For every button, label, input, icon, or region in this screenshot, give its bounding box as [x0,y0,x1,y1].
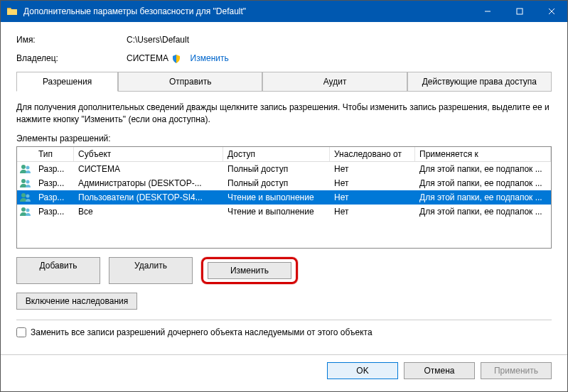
group-icon [17,192,34,202]
group-icon [17,207,34,217]
col-inherit[interactable]: Унаследовано от [330,147,415,161]
close-button[interactable] [535,1,567,22]
col-access[interactable]: Доступ [223,147,330,161]
svg-point-10 [21,207,26,212]
cell-access: Полный доступ [223,163,330,175]
permissions-table[interactable]: Тип Субъект Доступ Унаследовано от Приме… [16,146,552,249]
tab-effective[interactable]: Действующие права доступа [407,72,552,91]
edit-button[interactable]: Изменить [208,262,291,279]
table-header: Тип Субъект Доступ Унаследовано от Приме… [17,147,551,162]
minimize-button[interactable] [471,1,503,22]
change-owner-link[interactable]: Изменить [191,53,229,63]
window-title: Дополнительные параметры безопасности дл… [23,6,471,16]
apply-button[interactable]: Применить [481,362,552,379]
table-row[interactable]: Разр...Пользователи (DESKTOP-SI4...Чтени… [17,190,551,205]
name-label: Имя: [16,35,127,45]
dialog-footer: OK Отмена Применить [1,354,567,388]
svg-point-5 [26,165,30,169]
title-bar: Дополнительные параметры безопасности дл… [1,1,567,22]
tab-strip: Разрешения Отправить Аудит Действующие п… [16,72,552,92]
cell-inherit: Нет [330,191,415,204]
separator [16,320,552,320]
cell-subject: Администраторы (DESKTOP-... [74,177,223,190]
replace-child-label: Заменить все записи разрешений дочернего… [31,327,373,337]
table-row[interactable]: Разр...ВсеЧтение и выполнениеНетДля этой… [17,205,551,219]
svg-point-8 [21,193,26,197]
cell-apply: Для этой папки, ее подпапок ... [415,205,551,218]
cell-inherit: Нет [330,205,415,218]
tab-share[interactable]: Отправить [118,72,262,91]
svg-point-7 [26,180,30,183]
tab-audit[interactable]: Аудит [262,72,407,91]
cell-access: Чтение и выполнение [223,205,330,218]
replace-child-checkbox[interactable] [16,327,26,337]
cell-access: Полный доступ [223,177,330,190]
list-label: Элементы разрешений: [16,134,552,143]
owner-value: СИСТЕМА [127,53,168,63]
cell-subject: Пользователи (DESKTOP-SI4... [74,191,223,204]
maximize-button[interactable] [503,1,535,22]
folder-icon [6,6,18,17]
owner-label: Владелец: [16,53,127,63]
group-icon [17,164,34,174]
col-subject[interactable]: Субъект [74,147,223,161]
cell-subject: СИСТЕМА [74,163,223,175]
ok-button[interactable]: OK [327,362,398,379]
edit-highlight: Изменить [201,257,298,284]
cancel-button[interactable]: Отмена [404,362,475,379]
col-apply[interactable]: Применяется к [415,147,551,161]
svg-point-9 [26,194,30,197]
cell-inherit: Нет [330,177,415,190]
cell-apply: Для этой папки, ее подпапок ... [415,191,551,204]
enable-inheritance-button[interactable]: Включение наследования [16,293,137,310]
svg-point-11 [26,208,30,212]
cell-subject: Все [74,205,223,218]
add-button[interactable]: Добавить [16,257,100,284]
svg-rect-1 [517,9,523,14]
group-icon [17,178,34,188]
name-value: C:\Users\Default [127,35,189,45]
cell-type: Разр... [34,177,74,190]
cell-type: Разр... [34,191,74,204]
cell-apply: Для этой папки, ее подпапок ... [415,163,551,175]
svg-point-4 [21,165,26,169]
table-row[interactable]: Разр...Администраторы (DESKTOP-...Полный… [17,176,551,190]
table-row[interactable]: Разр...СИСТЕМАПолный доступНетДля этой п… [17,162,551,176]
col-type[interactable]: Тип [34,147,74,161]
cell-access: Чтение и выполнение [223,191,330,204]
remove-button[interactable]: Удалить [109,257,193,284]
instructions-text: Для получения дополнительных сведений дв… [16,102,552,126]
cell-type: Разр... [34,205,74,218]
cell-inherit: Нет [330,163,415,175]
shield-icon [172,55,181,63]
cell-type: Разр... [34,163,74,175]
svg-point-6 [21,179,26,183]
tab-permissions[interactable]: Разрешения [16,72,118,92]
cell-apply: Для этой папки, ее подпапок ... [415,177,551,190]
